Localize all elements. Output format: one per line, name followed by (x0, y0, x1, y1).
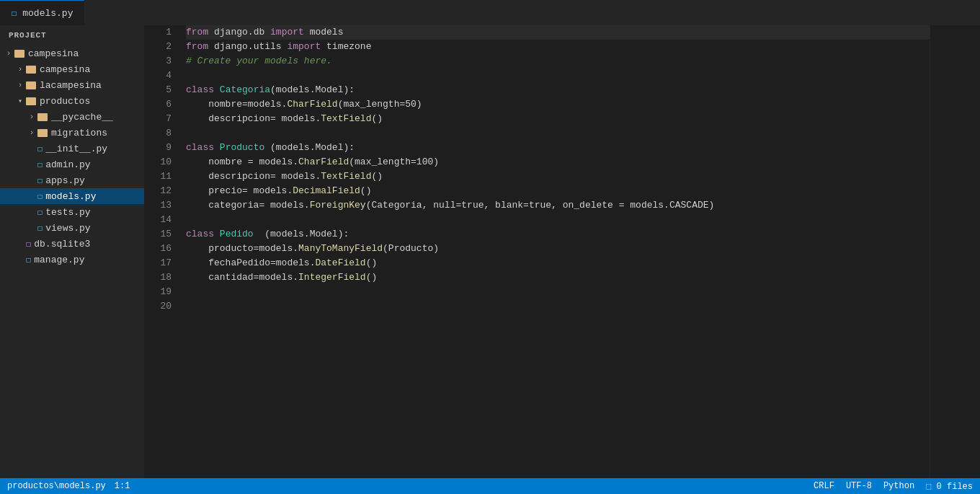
code-content[interactable]: from django.db import models from django… (180, 25, 930, 478)
tree-item-label: db.sqlite3 (34, 239, 90, 250)
line-number: 5 (150, 83, 172, 97)
tree-item-manage-py[interactable]: ◻manage.py (0, 252, 144, 268)
tree-file-icon: ◻ (26, 255, 31, 265)
tree-item-productos[interactable]: ▾productos (0, 93, 144, 109)
code-line: class Producto (models.Model): (186, 141, 930, 155)
code-line: precio= models.DecimalField() (186, 184, 930, 198)
status-position: 1:1 (115, 481, 130, 491)
tree-item-campesina-root[interactable]: ›campesina (0, 45, 144, 61)
tab-file-icon: ◻ (12, 8, 17, 19)
tree-arrow: ▾ (14, 97, 26, 105)
tree-file-icon (26, 66, 36, 74)
tree-item-label: tests.py (45, 207, 90, 218)
tab-models-py[interactable]: ◻ models.py (0, 0, 84, 25)
line-number: 1 (150, 25, 172, 40)
tree-file-icon: ◻ (26, 239, 31, 250)
file-icon: ⬚ (926, 482, 931, 492)
tree-item-label: campesina (28, 48, 79, 59)
tree-item-models-py[interactable]: ◻models.py (0, 188, 144, 204)
tab-bar: ◻ models.py (0, 0, 980, 25)
line-number: 16 (150, 242, 172, 256)
line-number: 8 (150, 126, 172, 141)
code-line (186, 285, 930, 299)
line-number: 20 (150, 299, 172, 314)
code-line: descripcion= models.TextField() (186, 112, 930, 126)
editor-area: 1234567891011121314151617181920 from dja… (144, 25, 980, 478)
tree-file-icon: ◻ (37, 207, 43, 218)
status-right: CRLF UTF-8 Python ⬚ 0 files (814, 481, 973, 492)
code-line: # Create your models here. (186, 54, 930, 69)
code-line (186, 69, 930, 83)
line-number: 17 (150, 256, 172, 270)
code-line: class Pedido (models.Model): (186, 227, 930, 242)
code-container[interactable]: 1234567891011121314151617181920 from dja… (144, 25, 980, 478)
code-line: nombre=models.CharField(max_length=50) (186, 97, 930, 112)
tree-item-lacampesina[interactable]: ›lacampesina (0, 77, 144, 93)
minimap (930, 25, 980, 478)
tree-item-apps-py[interactable]: ◻apps.py (0, 172, 144, 188)
tree-file-icon: ◻ (37, 223, 43, 234)
tree-item-db-sqlite3[interactable]: ◻db.sqlite3 (0, 236, 144, 252)
code-line (186, 126, 930, 141)
tree-item-label: __init__.py (45, 144, 107, 154)
tree-file-icon: ◻ (37, 159, 43, 170)
tree-item-pycache[interactable]: ›__pycache__ (0, 109, 144, 125)
code-line: cantidad=models.IntegerField() (186, 270, 930, 285)
line-numbers: 1234567891011121314151617181920 (144, 25, 180, 478)
tree-item-label: apps.py (45, 175, 85, 186)
tree-item-label: campesina (40, 64, 90, 75)
line-number: 12 (150, 184, 172, 198)
line-number: 7 (150, 112, 172, 126)
status-path: productos\models.py (7, 481, 106, 491)
tree-item-views-py[interactable]: ◻views.py (0, 220, 144, 236)
line-number: 2 (150, 40, 172, 54)
tree-item-tests-py[interactable]: ◻tests.py (0, 204, 144, 220)
tree-item-init-py[interactable]: ◻__init__.py (0, 141, 144, 156)
tree-file-icon (37, 129, 48, 137)
tree-file-icon: ◻ (37, 144, 43, 154)
code-line: producto=models.ManyToManyField(Producto… (186, 242, 930, 256)
tree-arrow: › (3, 50, 14, 58)
tree-item-label: lacampesina (40, 80, 102, 91)
code-line: fechaPedido=models.DateField() (186, 256, 930, 270)
line-number: 14 (150, 213, 172, 227)
sidebar: Project ›campesina›campesina›lacampesina… (0, 25, 144, 478)
tree-item-migrations[interactable]: ›migrations (0, 125, 144, 141)
tree-item-admin-py[interactable]: ◻admin.py (0, 156, 144, 172)
line-number: 6 (150, 97, 172, 112)
tree-item-label: manage.py (34, 255, 84, 265)
line-number: 4 (150, 69, 172, 83)
tree-item-label: productos (40, 96, 90, 107)
line-number: 15 (150, 227, 172, 242)
tree-item-label: admin.py (45, 159, 90, 170)
status-files: ⬚ 0 files (926, 481, 973, 492)
tree-arrow: › (26, 113, 37, 121)
tree-file-icon (14, 50, 24, 58)
tree-item-campesina-sub[interactable]: ›campesina (0, 61, 144, 77)
line-number: 13 (150, 198, 172, 213)
tree-file-icon (37, 113, 48, 121)
line-number: 3 (150, 54, 172, 69)
tree-item-label: __pycache__ (51, 112, 113, 123)
status-left: productos\models.py 1:1 (7, 481, 130, 491)
tree-arrow: › (26, 129, 37, 137)
status-bar: productos\models.py 1:1 CRLF UTF-8 Pytho… (0, 478, 980, 494)
tree-item-label: migrations (51, 128, 107, 138)
line-number: 9 (150, 141, 172, 155)
file-tree: ›campesina›campesina›lacampesina▾product… (0, 45, 144, 268)
code-line: from django.db import models (186, 25, 930, 40)
status-encoding: CRLF (814, 481, 834, 491)
tree-file-icon: ◻ (37, 175, 43, 186)
code-line: descripcion= models.TextField() (186, 169, 930, 184)
code-line (186, 213, 930, 227)
code-line: class Categoria(models.Model): (186, 83, 930, 97)
tab-label: models.py (22, 8, 73, 19)
code-line: categoria= models.ForeignKey(Categoria, … (186, 198, 930, 213)
tree-item-label: models.py (45, 191, 96, 202)
tree-arrow: › (14, 81, 26, 89)
sidebar-header: Project (0, 25, 144, 45)
line-number: 11 (150, 169, 172, 184)
line-number: 19 (150, 285, 172, 299)
code-line: from django.utils import timezone (186, 40, 930, 54)
status-language: Python (883, 481, 914, 491)
